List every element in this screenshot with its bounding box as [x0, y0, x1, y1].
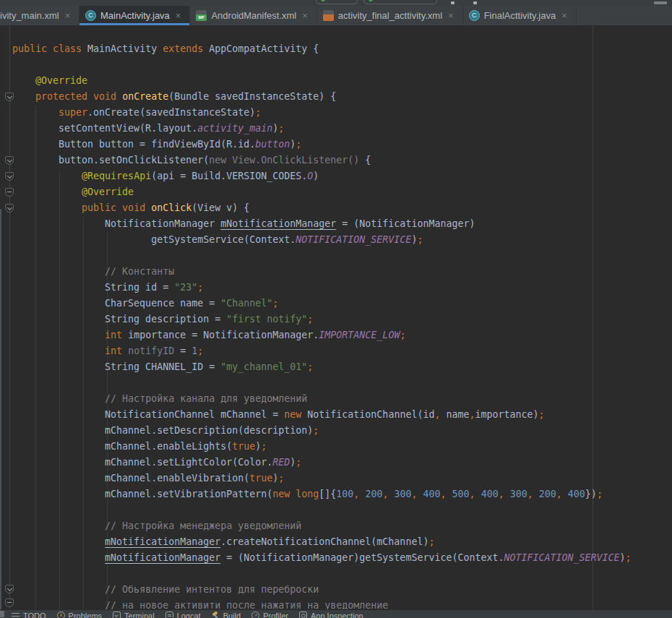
tab-finalacttivity-java[interactable]: C FinalActtivity.java ×: [463, 6, 577, 25]
fold-chevron-icon[interactable]: [5, 156, 14, 165]
code-line: [12, 566, 632, 582]
build-icon: [212, 611, 220, 618]
code-line: mChannel.enableVibration(true);: [12, 471, 632, 486]
code-line: mChannel.enableLights(true);: [12, 439, 632, 455]
code-line: int importance = NotificationManager.IMP…: [12, 327, 632, 343]
code-line: NotificationChannel mChannel = new Notif…: [12, 407, 632, 423]
device-selector-widget[interactable]: [363, 0, 437, 4]
tab-label: FinalActtivity.java: [484, 10, 556, 21]
profiler-icon: [251, 611, 259, 618]
toolbar-item-problems[interactable]: Problems: [57, 611, 102, 618]
code-line: protected void onCreate(Bundle savedInst…: [12, 89, 632, 105]
code-line: mChannel.setVibrationPattern(new long[]{…: [12, 486, 632, 502]
code-line: // на новое активити после нажатия на ув…: [12, 598, 632, 609]
close-icon[interactable]: ×: [560, 10, 569, 21]
toolbar-button-clipped[interactable]: [654, 1, 667, 4]
run-configuration-widget[interactable]: [316, 0, 358, 4]
fold-minus-icon[interactable]: [5, 188, 14, 197]
code-line: // Настройка менеджера уведомлений: [12, 518, 632, 534]
toolbar-item-app-inspection[interactable]: App Inspection: [299, 611, 363, 618]
status-dot-icon: [369, 0, 373, 1]
editor-tab-bar: ivity_main.xml × C MainActivity.java × M…: [0, 6, 672, 25]
code-line: // Настройка канала для уведомлений: [12, 391, 632, 407]
fold-chevron-icon[interactable]: [5, 172, 14, 181]
code-line: mChannel.setDescription(description);: [12, 423, 632, 439]
code-line: mNotificationManager.createNotificationC…: [12, 534, 632, 550]
toolbar-button-clipped[interactable]: [473, 1, 477, 4]
code-line: @RequiresApi(api = Build.VERSION_CODES.O…: [12, 168, 632, 184]
code-line: button.setOnClickListener(new View.OnCli…: [12, 153, 632, 168]
code-line: setContentView(R.layout.activity_main);: [12, 121, 632, 137]
code-line: [12, 248, 632, 264]
toolbar-item-profiler[interactable]: Profiler: [251, 611, 288, 618]
java-class-icon: C: [469, 10, 480, 21]
tab-label: AndroidManifest.xml: [211, 10, 296, 21]
problems-icon: [57, 611, 65, 618]
code-line: public void onClick(View v) {: [12, 200, 632, 216]
layout-xml-file-icon: [323, 10, 334, 21]
status-dot-icon: [321, 0, 325, 1]
tab-androidmanifest-xml[interactable]: MF AndroidManifest.xml ×: [190, 6, 316, 25]
close-icon[interactable]: ×: [301, 10, 309, 21]
code-line: int notifyID = 1;: [12, 343, 632, 359]
tool-window-bar: TODO Problems Terminal Logcat Build Prof…: [0, 609, 672, 618]
code-line: CharSequence name = "Channel";: [12, 296, 632, 312]
java-class-icon: C: [85, 10, 96, 21]
code-line: NotificationManager mNotificationManager…: [12, 216, 632, 232]
tool-window-icon-partial[interactable]: [0, 611, 4, 617]
code-line: getSystemService(Context.NOTIFICATION_SE…: [12, 232, 632, 248]
manifest-file-icon: MF: [196, 10, 207, 21]
toolbar-item-logcat[interactable]: Logcat: [165, 611, 201, 618]
close-icon[interactable]: ×: [64, 10, 72, 21]
tab-mainactivity-java[interactable]: C MainActivity.java ×: [79, 6, 190, 25]
code-lines: public class MainActivity extends AppCom…: [12, 41, 632, 609]
fold-chevron-icon[interactable]: [5, 585, 14, 593]
tab-label: MainActivity.java: [100, 10, 170, 21]
code-line: // Константы: [12, 264, 632, 280]
app-inspection-icon: [299, 611, 307, 618]
code-line: String CHANNEL_ID = "my_channel_01";: [12, 359, 632, 375]
code-line: [12, 502, 632, 518]
code-line: [12, 375, 632, 391]
code-line: mNotificationManager = (NotificationMana…: [12, 550, 632, 566]
code-line: @Override: [12, 73, 632, 89]
code-line: @Override: [12, 184, 632, 200]
code-line: Button button = findViewById(R.id.button…: [12, 137, 632, 153]
close-icon[interactable]: ×: [174, 10, 183, 21]
tab-label: activity_final_acttivity.xml: [338, 10, 442, 21]
code-line: [12, 57, 632, 73]
toolbar-item-terminal[interactable]: Terminal: [113, 611, 155, 618]
code-editor[interactable]: public class MainActivity extends AppCom…: [0, 25, 672, 609]
code-line: super.onCreate(savedInstanceState);: [12, 105, 632, 121]
fold-minus-icon[interactable]: [5, 598, 14, 607]
tab-activity-main-xml[interactable]: ivity_main.xml ×: [0, 6, 79, 25]
toolbar-item-todo[interactable]: TODO: [12, 611, 46, 618]
code-line: String id = "23";: [12, 280, 632, 296]
code-line: // Обьявление интентов для переброски: [12, 582, 632, 598]
terminal-icon: [113, 611, 121, 618]
close-icon[interactable]: ×: [447, 10, 455, 21]
fold-chevron-icon[interactable]: [5, 204, 14, 213]
toolbar-item-build[interactable]: Build: [212, 611, 241, 618]
code-line: String description = "first notify";: [12, 312, 632, 327]
tab-activity-final-acttivity-xml[interactable]: activity_final_acttivity.xml ×: [317, 6, 463, 25]
fold-chevron-icon[interactable]: [5, 93, 14, 101]
code-line: public class MainActivity extends AppCom…: [12, 41, 632, 57]
tab-label: ivity_main.xml: [0, 10, 59, 21]
logcat-icon: [165, 611, 173, 618]
toolbar-button-clipped[interactable]: [451, 1, 455, 4]
code-line: mChannel.setLightColor(Color.RED);: [12, 455, 632, 471]
todo-icon: [12, 611, 20, 618]
